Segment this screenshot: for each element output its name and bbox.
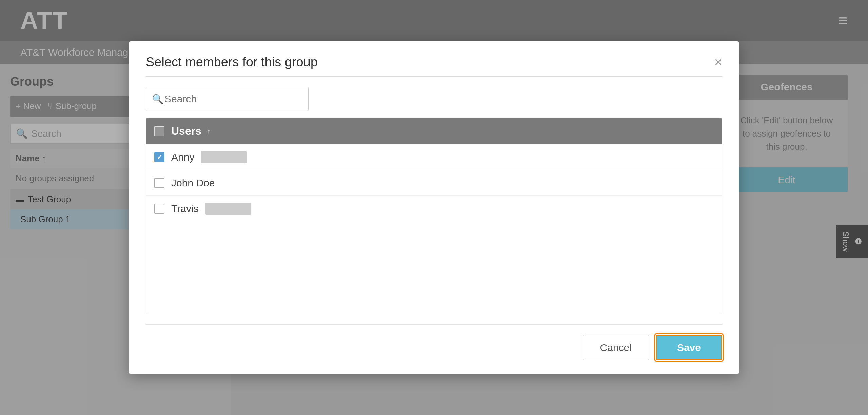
row-checkbox-anny[interactable] (154, 152, 164, 162)
modal-title: Select members for this group (146, 55, 318, 69)
header-checkbox[interactable] (154, 126, 164, 136)
modal-search-input[interactable] (146, 87, 309, 111)
modal-header: Select members for this group × (146, 55, 722, 77)
save-button[interactable]: Save (656, 335, 722, 360)
modal-close-button[interactable]: × (714, 55, 722, 69)
list-item: Anny ██████ (146, 144, 722, 170)
modal-list-body: Anny ██████ John Doe Travis ██████ (146, 144, 722, 314)
user-lastname-travis: ██████ (205, 203, 251, 215)
modal-list-header-label: Users ↑ (171, 125, 210, 138)
list-item: Travis ██████ (146, 196, 722, 222)
user-name-anny: Anny (171, 151, 194, 163)
modal: Select members for this group × 🔍 Users … (129, 41, 739, 374)
row-checkbox-johndoe[interactable] (154, 178, 164, 188)
cancel-button[interactable]: Cancel (583, 335, 649, 360)
row-checkbox-travis[interactable] (154, 204, 164, 214)
modal-list-header: Users ↑ (146, 118, 722, 144)
user-name-travis: Travis (171, 203, 199, 214)
modal-list: Users ↑ Anny ██████ John Doe (146, 118, 722, 314)
user-lastname-anny: ██████ (201, 151, 247, 163)
sort-arrow-icon[interactable]: ↑ (207, 127, 210, 135)
modal-footer: Cancel Save (146, 324, 722, 360)
modal-search-wrap: 🔍 (146, 87, 722, 111)
modal-search-icon: 🔍 (152, 93, 164, 104)
modal-overlay: Select members for this group × 🔍 Users … (0, 0, 868, 415)
user-name-johndoe: John Doe (171, 177, 215, 189)
list-item: John Doe (146, 170, 722, 196)
users-label: Users (171, 125, 201, 138)
